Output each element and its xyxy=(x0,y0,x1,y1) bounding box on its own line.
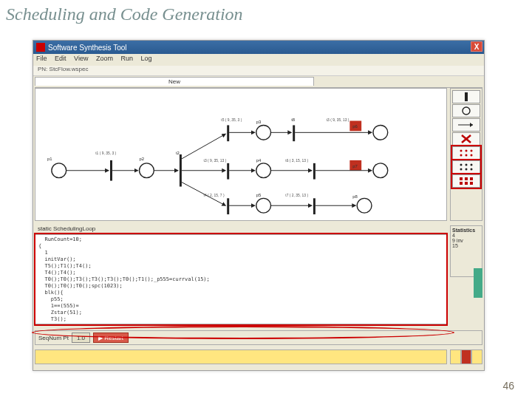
menu-file[interactable]: File xyxy=(36,55,47,62)
stats-row-1: 9 inv xyxy=(452,238,480,243)
menubar: File Edit View Zoom Run Log xyxy=(33,54,484,66)
label-t2: t2 xyxy=(176,151,180,155)
stats-row-2: 15 xyxy=(452,243,480,248)
label-p7: p7 xyxy=(352,164,358,168)
tool-transition-icon[interactable] xyxy=(452,90,480,103)
transition-t2[interactable] xyxy=(180,154,182,187)
label-t1: t1 ( 9, 35, 3 ) xyxy=(95,151,116,155)
menu-edit[interactable]: Edit xyxy=(55,55,66,62)
label-p8: p8 xyxy=(352,194,358,199)
place-p6-circle[interactable] xyxy=(373,125,388,140)
transition-t8[interactable] xyxy=(293,125,295,141)
app-window: Software Synthesis Tool X File Edit View… xyxy=(33,40,485,371)
svg-point-21 xyxy=(466,150,468,152)
svg-point-16 xyxy=(463,107,470,115)
transition-t4[interactable] xyxy=(227,198,229,214)
svg-point-26 xyxy=(460,164,463,166)
tab-strip: New xyxy=(35,76,482,88)
label-p3: p3 xyxy=(256,120,262,124)
control-bar: SeqNum Pt 1.0 ▶ Restart xyxy=(35,330,482,345)
titlebar: Software Synthesis Tool X xyxy=(33,41,484,54)
tool-arrow-icon[interactable] xyxy=(452,118,480,132)
close-icon[interactable]: X xyxy=(471,41,482,52)
transition-t3[interactable] xyxy=(227,163,229,180)
progress-bar[interactable] xyxy=(35,349,447,364)
tab-new[interactable]: New xyxy=(35,77,314,86)
label-t3-b: t3 ( 9, 35, 13 ) xyxy=(327,118,349,122)
label-p1: p1 xyxy=(47,157,52,161)
svg-point-22 xyxy=(471,150,473,152)
page-number: 46 xyxy=(502,380,514,392)
menu-zoom[interactable]: Zoom xyxy=(96,55,113,62)
place-p3[interactable] xyxy=(256,125,271,140)
label-t5: t5 ( 9, 35, 3 ) xyxy=(221,118,242,122)
svg-point-23 xyxy=(460,154,463,157)
tool-delete-icon[interactable] xyxy=(452,132,480,146)
label-p6: p6 xyxy=(352,124,358,129)
transition-t7[interactable] xyxy=(313,198,316,214)
tool-palette xyxy=(450,88,482,221)
seqnum-value[interactable]: 1.0 xyxy=(72,332,90,343)
tool-dots-black-icon[interactable] xyxy=(452,160,480,174)
label-t3: t3 ( 9, 35, 13 ) xyxy=(204,159,227,163)
petri-net-diagram[interactable]: p1 t1 ( 9, 35, 3 ) p2 t2 t5 ( 9, 35, 3 )… xyxy=(35,88,447,221)
svg-point-25 xyxy=(471,154,473,157)
svg-point-27 xyxy=(466,164,468,166)
svg-point-28 xyxy=(471,164,473,166)
menu-log[interactable]: Log xyxy=(141,55,152,62)
tool-grid-icon[interactable] xyxy=(452,174,480,188)
progress-fill xyxy=(35,350,446,364)
stats-header: Statistics xyxy=(452,228,480,233)
svg-rect-34 xyxy=(470,177,473,180)
seqnum-label: SeqNum Pt xyxy=(38,335,69,341)
label-p2: p2 xyxy=(140,157,145,161)
scroll-button[interactable] xyxy=(474,268,482,298)
app-icon xyxy=(36,43,45,52)
code-header: static SchedulingLoop xyxy=(35,225,482,234)
place-p4[interactable] xyxy=(256,163,271,178)
tool-place-icon[interactable] xyxy=(452,104,480,117)
svg-point-31 xyxy=(471,168,473,171)
svg-rect-32 xyxy=(460,177,463,180)
label-t7: t7 ( 2, 35, 13 ) xyxy=(285,194,308,197)
slide-title: Scheduling and Code Generation xyxy=(0,0,532,27)
svg-line-3 xyxy=(182,134,225,159)
transition-t6[interactable] xyxy=(313,163,316,180)
restart-button[interactable]: ▶ Restart xyxy=(93,332,129,343)
window-title: Software Synthesis Tool xyxy=(48,44,127,52)
transition-t1[interactable] xyxy=(110,160,112,181)
menu-run[interactable]: Run xyxy=(120,55,133,62)
svg-point-20 xyxy=(460,150,463,152)
menu-view[interactable]: View xyxy=(74,55,88,62)
svg-rect-35 xyxy=(460,182,463,185)
svg-point-24 xyxy=(466,154,468,157)
place-p8[interactable] xyxy=(357,198,372,213)
svg-rect-36 xyxy=(465,182,468,185)
svg-rect-33 xyxy=(465,177,468,180)
place-p7-circle[interactable] xyxy=(373,163,388,178)
content-area: New p1 t1 ( 9, 35, 3 ) p2 t2 t5 ( 9, 35, xyxy=(35,76,482,369)
transition-t5[interactable] xyxy=(227,125,229,141)
label-t6: t6 ( 3, 15, 13 ) xyxy=(285,159,308,163)
label-p4: p4 xyxy=(256,158,262,163)
svg-rect-37 xyxy=(470,182,473,185)
label-p5: p5 xyxy=(256,193,262,197)
place-p5[interactable] xyxy=(256,198,271,213)
breadcrumb: PN: StcFlow.wspec xyxy=(33,66,484,76)
code-section: static SchedulingLoop RunCount=10; { 1 i… xyxy=(35,225,482,326)
progress-end-blocks xyxy=(450,349,482,364)
tool-dots-red-icon[interactable] xyxy=(452,146,480,160)
generated-code[interactable]: RunCount=10; { 1 initVar(); T5();T1();T4… xyxy=(35,234,447,324)
label-t8: t8 xyxy=(291,117,296,122)
place-p2[interactable] xyxy=(140,163,154,178)
svg-point-29 xyxy=(460,168,463,171)
place-p1[interactable] xyxy=(52,163,66,178)
svg-rect-15 xyxy=(465,92,468,101)
svg-point-30 xyxy=(466,168,468,171)
stats-row-0: 4 xyxy=(452,233,480,238)
